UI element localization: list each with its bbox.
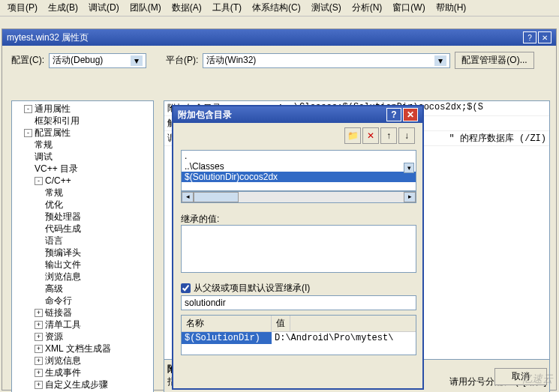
inherit-checkbox[interactable] (181, 283, 191, 293)
chevron-down-icon[interactable]: ▾ (404, 163, 414, 173)
collapse-icon[interactable]: - (24, 129, 32, 137)
move-down-icon[interactable]: ↓ (398, 127, 415, 144)
tree-general[interactable]: 常规 (35, 139, 53, 150)
dialog-title: 附加包含目录 (178, 109, 232, 121)
tree-debugging[interactable]: 调试 (35, 151, 53, 162)
tree-browse-info[interactable]: 浏览信息 (45, 271, 81, 282)
expand-icon[interactable]: + (35, 333, 43, 341)
expand-icon[interactable]: + (35, 381, 43, 389)
macro-name-cell: $(SolutionDir) (182, 332, 272, 344)
horizontal-scrollbar[interactable]: ◂ ▸ (181, 191, 416, 203)
include-dirs-dialog: 附加包含目录 ? ✕ 📁 ✕ ↑ ↓ . ..\Classes $(Soluti… (172, 105, 424, 390)
tree-framework-refs[interactable]: 框架和引用 (35, 115, 80, 126)
dialog-body: 📁 ✕ ↑ ↓ . ..\Classes $(SolutionDir)cocos… (173, 123, 422, 388)
config-manager-button[interactable]: 配置管理器(O)... (455, 52, 533, 69)
tree-manifest[interactable]: 清单工具 (45, 319, 81, 330)
chevron-down-icon: ▾ (434, 55, 446, 66)
tree-browse2[interactable]: 浏览信息 (45, 355, 81, 366)
tree-pch[interactable]: 预编译头 (45, 247, 81, 258)
tree-xml-doc[interactable]: XML 文档生成器 (45, 343, 111, 354)
macro-search-input[interactable]: solutiondir (181, 295, 416, 310)
menu-test[interactable]: 测试(S) (307, 0, 346, 16)
tree-preprocessor[interactable]: 预处理器 (45, 211, 81, 222)
col-value[interactable]: 值 (272, 316, 290, 331)
expand-icon[interactable]: + (35, 357, 43, 365)
tree-codegen[interactable]: 代码生成 (45, 223, 81, 234)
scroll-left-icon[interactable]: ◂ (182, 192, 194, 202)
new-folder-icon[interactable]: 📁 (344, 127, 361, 144)
tree-c-general[interactable]: 常规 (45, 187, 63, 198)
config-label: 配置(C): (11, 54, 44, 67)
macro-value-cell: D:\Android\Pro\mytest\ (272, 332, 396, 344)
dialog-help-icon[interactable]: ? (386, 108, 401, 121)
collapse-icon[interactable]: - (24, 105, 32, 113)
table-row[interactable]: $(SolutionDir) D:\Android\Pro\mytest\ (182, 332, 416, 344)
inherited-label: 继承的值: (181, 213, 219, 226)
platform-combo[interactable]: 活动(Win32)▾ (203, 53, 450, 68)
tree-resources[interactable]: 资源 (45, 331, 63, 342)
collapse-icon[interactable]: - (35, 177, 43, 185)
tree-language[interactable]: 语言 (45, 235, 63, 246)
expand-icon[interactable]: + (35, 309, 43, 317)
expand-icon[interactable]: + (35, 321, 43, 329)
menu-data[interactable]: 数据(A) (167, 0, 206, 16)
dialog-titlebar: 附加包含目录 ? ✕ (173, 106, 422, 123)
menu-build[interactable]: 生成(B) (44, 0, 83, 16)
tree-cmdline[interactable]: 命令行 (45, 295, 72, 306)
col-name[interactable]: 名称 (182, 316, 272, 331)
menu-team[interactable]: 团队(M) (125, 0, 166, 16)
tree-c-cpp[interactable]: C/C++ (45, 175, 71, 186)
tree-optimization[interactable]: 优化 (45, 199, 63, 210)
tree-output-files[interactable]: 输出文件 (45, 259, 81, 270)
config-row: 配置(C): 活动(Debug)▾ 平台(P): 活动(Win32)▾ 配置管理… (2, 46, 556, 75)
tree-linker[interactable]: 链接器 (45, 307, 72, 318)
tree-build-events[interactable]: 生成事件 (45, 367, 81, 378)
list-item-selected[interactable]: $(SolutionDir)cocos2dx (182, 172, 416, 182)
menu-project[interactable]: 项目(P) (3, 0, 42, 16)
inherited-values-box (181, 225, 416, 273)
property-tree[interactable]: -通用属性 框架和引用 -配置属性 常规 调试 VC++ 目录 -C/C++ 常… (11, 100, 154, 392)
properties-titlebar: mytest.win32 属性页 ? ✕ (2, 29, 556, 46)
delete-icon[interactable]: ✕ (362, 127, 379, 144)
config-combo[interactable]: 活动(Debug)▾ (49, 53, 146, 68)
watermark: 亿速云 (521, 373, 553, 386)
config-value: 活动(Debug) (53, 54, 103, 67)
properties-title: mytest.win32 属性页 (7, 31, 89, 44)
inherit-checkbox-label: 从父级或项目默认设置继承(I) (194, 282, 310, 295)
tree-config-props[interactable]: 配置属性 (35, 127, 71, 138)
tree-custom-build[interactable]: 自定义生成步骤 (45, 379, 108, 390)
move-up-icon[interactable]: ↑ (380, 127, 397, 144)
scroll-thumb[interactable] (194, 192, 239, 202)
close-icon[interactable]: ✕ (538, 31, 551, 43)
list-item[interactable]: . (182, 151, 416, 161)
macro-listview[interactable]: 名称 值 $(SolutionDir) D:\Android\Pro\mytes… (181, 315, 416, 355)
menu-window[interactable]: 窗口(W) (388, 0, 429, 16)
tree-common[interactable]: 通用属性 (35, 103, 71, 114)
paths-listbox[interactable]: . ..\Classes $(SolutionDir)cocos2dx ▾ (181, 150, 416, 191)
list-item[interactable]: ..\Classes (182, 161, 416, 172)
menu-tools[interactable]: 工具(T) (208, 0, 246, 16)
menu-help[interactable]: 帮助(H) (431, 0, 471, 16)
help-icon[interactable]: ? (523, 31, 536, 43)
platform-label: 平台(P): (166, 54, 198, 67)
tree-vcpp-dirs[interactable]: VC++ 目录 (35, 163, 78, 174)
scroll-right-icon[interactable]: ▸ (404, 192, 416, 202)
menu-debug[interactable]: 调试(D) (84, 0, 124, 16)
platform-value: 活动(Win32) (206, 54, 256, 67)
menu-analyze[interactable]: 分析(N) (347, 0, 387, 16)
expand-icon[interactable]: + (35, 345, 43, 353)
menubar: 项目(P) 生成(B) 调试(D) 团队(M) 数据(A) 工具(T) 体系结构… (0, 0, 559, 16)
dialog-close-icon[interactable]: ✕ (403, 108, 418, 121)
expand-icon[interactable]: + (35, 369, 43, 377)
tree-advanced[interactable]: 高级 (45, 283, 63, 294)
chevron-down-icon: ▾ (131, 55, 143, 66)
menu-architecture[interactable]: 体系结构(C) (248, 0, 305, 16)
